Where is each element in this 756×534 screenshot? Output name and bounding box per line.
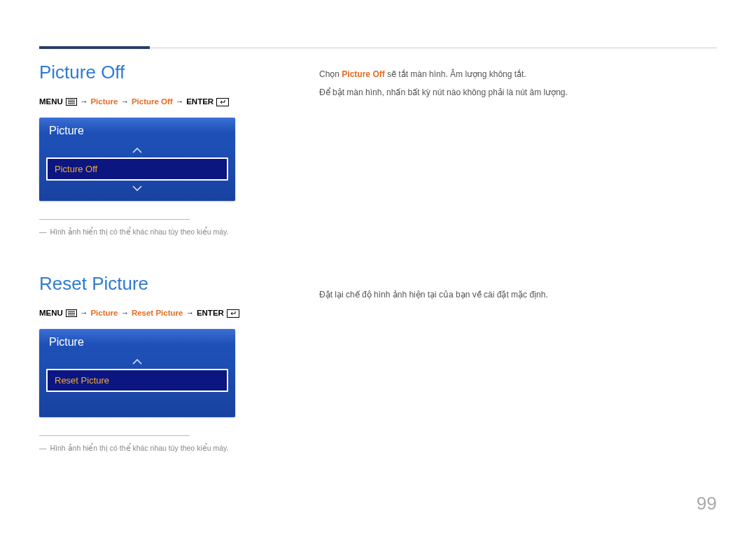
breadcrumb-enter: ENTER bbox=[186, 96, 214, 108]
right-column: Chọn Picture Off sẽ tắt màn hình. Âm lượ… bbox=[319, 62, 717, 454]
page: Picture Off MENU → Picture → Picture Off… bbox=[0, 0, 756, 534]
content-columns: Picture Off MENU → Picture → Picture Off… bbox=[39, 41, 717, 454]
note-dash: ― bbox=[39, 227, 47, 236]
arrow-icon: → bbox=[80, 96, 88, 108]
left-column: Picture Off MENU → Picture → Picture Off… bbox=[39, 62, 277, 454]
note-dash: ― bbox=[39, 444, 47, 452]
arrow-icon: → bbox=[80, 307, 88, 319]
osd-selected-item[interactable]: Picture Off bbox=[46, 157, 228, 181]
breadcrumb-2: MENU → Picture → Reset Picture → ENTER bbox=[39, 307, 277, 319]
desc-pre: Chọn bbox=[319, 69, 342, 79]
note-1: ―Hình ảnh hiển thị có thể khác nhau tùy … bbox=[39, 227, 277, 238]
breadcrumb-1: MENU → Picture → Picture Off → ENTER bbox=[39, 96, 277, 108]
arrow-icon: → bbox=[120, 307, 129, 319]
desc-block-1: Chọn Picture Off sẽ tắt màn hình. Âm lượ… bbox=[319, 62, 717, 100]
menu-icon bbox=[66, 98, 77, 106]
section-reset-picture: Reset Picture MENU → Picture → Reset Pic… bbox=[39, 273, 277, 454]
page-number: 99 bbox=[696, 493, 717, 514]
section-title: Reset Picture bbox=[39, 273, 277, 295]
desc-post: sẽ tắt màn hình. Âm lượng không tắt. bbox=[385, 69, 526, 79]
note-rule bbox=[39, 435, 190, 436]
enter-icon bbox=[216, 98, 229, 106]
breadcrumb-enter: ENTER bbox=[197, 307, 224, 319]
section-title: Picture Off bbox=[39, 62, 277, 83]
desc-highlight: Picture Off bbox=[342, 69, 384, 79]
note-rule bbox=[39, 219, 190, 220]
chevron-down-icon[interactable] bbox=[46, 182, 228, 194]
breadcrumb-picture: Picture bbox=[90, 307, 118, 319]
osd-menu-2: Picture Reset Picture bbox=[39, 329, 235, 417]
chevron-up-icon[interactable] bbox=[46, 144, 228, 156]
breadcrumb-menu: MENU bbox=[39, 307, 63, 319]
desc-block-2: Đặt lại chế độ hình ảnh hiện tại của bạn… bbox=[319, 104, 717, 302]
osd-body: Reset Picture bbox=[39, 353, 235, 417]
osd-title: Picture bbox=[39, 118, 235, 141]
note-2: ―Hình ảnh hiển thị có thể khác nhau tùy … bbox=[39, 443, 277, 454]
top-rule-accent bbox=[39, 46, 150, 49]
breadcrumb-menu: MENU bbox=[39, 96, 63, 108]
osd-body: Picture Off bbox=[39, 141, 235, 201]
osd-selected-item[interactable]: Reset Picture bbox=[46, 369, 228, 392]
breadcrumb-picture-off: Picture Off bbox=[132, 96, 173, 108]
arrow-icon: → bbox=[186, 307, 194, 319]
note-text: Hình ảnh hiển thị có thể khác nhau tùy t… bbox=[50, 227, 229, 236]
menu-icon bbox=[66, 309, 77, 317]
breadcrumb-picture: Picture bbox=[90, 96, 118, 108]
osd-title: Picture bbox=[39, 329, 235, 353]
osd-spacer bbox=[46, 393, 228, 410]
desc-line-1: Chọn Picture Off sẽ tắt màn hình. Âm lượ… bbox=[319, 67, 717, 81]
enter-icon bbox=[227, 309, 239, 318]
breadcrumb-reset-picture: Reset Picture bbox=[132, 307, 183, 319]
note-text: Hình ảnh hiển thị có thể khác nhau tùy t… bbox=[50, 444, 229, 452]
arrow-icon: → bbox=[176, 96, 184, 108]
desc-line-2: Để bật màn hình, nhấn bất kỳ nút nào khô… bbox=[319, 85, 717, 99]
desc-line-1: Đặt lại chế độ hình ảnh hiện tại của bạn… bbox=[319, 288, 717, 302]
chevron-up-icon[interactable] bbox=[46, 356, 228, 367]
osd-menu-1: Picture Picture Off bbox=[39, 118, 235, 201]
section-picture-off: Picture Off MENU → Picture → Picture Off… bbox=[39, 62, 277, 238]
arrow-icon: → bbox=[120, 96, 129, 108]
